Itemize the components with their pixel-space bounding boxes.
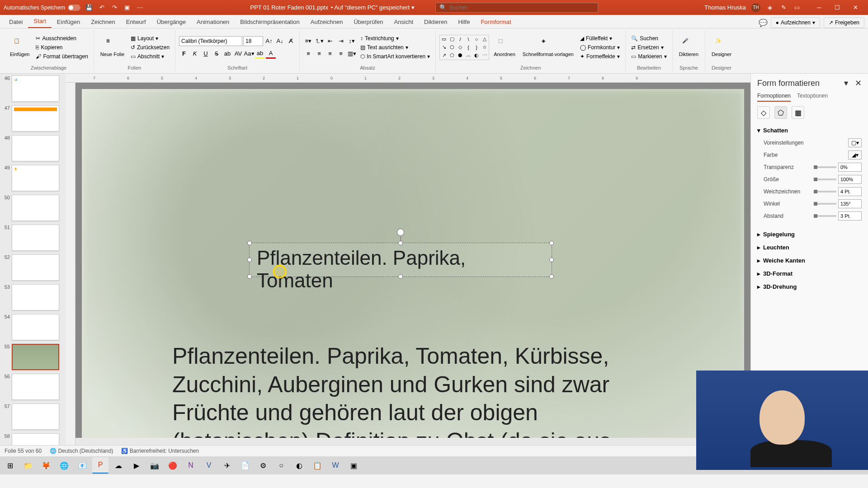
thumb-50[interactable] [12,195,59,221]
minimize-button[interactable]: ─ [810,1,828,14]
columns-button[interactable]: ▥▾ [347,49,357,59]
tab-ansicht[interactable]: Ansicht [388,16,419,28]
powerpoint-icon[interactable]: P [92,457,108,474]
paste-button[interactable]: 📋Einfügen [7,36,32,59]
transparency-slider[interactable] [814,166,836,168]
tab-ueberpruefen[interactable]: Überprüfen [348,16,388,28]
bullets-button[interactable]: ≡▾ [303,36,313,46]
obs-icon[interactable]: ⚙ [255,457,271,474]
save-icon[interactable]: 💾 [85,4,93,12]
thumb-46[interactable]: 📊 [12,75,59,102]
angle-slider[interactable] [814,203,836,205]
indent-dec-button[interactable]: ⇤ [325,36,335,46]
search-input[interactable] [449,5,594,11]
bold-button[interactable]: F [179,49,189,59]
distance-input[interactable] [838,211,862,221]
comments-icon[interactable]: 💬 [759,19,767,27]
case-button[interactable]: Aa▾ [244,49,254,59]
word-icon[interactable]: W [327,457,344,474]
arrange-button[interactable]: ⬚Anordnen [491,36,518,59]
redo-icon[interactable]: ↷ [110,4,118,12]
shapes-gallery[interactable]: ▭▢/\○△ ↘⬡◇{}☆ ↗⬠⬢⌓◐⋯ [439,35,489,60]
slide-thumbnails[interactable]: 46📊 47 48 49✋ 50 51 52 53 54 55 56 57 58… [0,74,66,445]
effects-icon[interactable]: ⬠ [774,106,787,119]
angle-input[interactable] [838,199,862,208]
tab-animationen[interactable]: Animationen [191,16,235,28]
tab-datei[interactable]: Datei [4,16,28,28]
app-icon-7[interactable]: 📋 [309,457,326,474]
thumb-54[interactable] [12,314,59,340]
thumb-53[interactable] [12,284,59,310]
section-weiche-kanten[interactable]: ▸ Weiche Kanten [757,255,862,266]
visio-icon[interactable]: V [201,457,217,474]
align-left-button[interactable]: ≡ [303,49,313,59]
italic-button[interactable]: K [190,49,200,59]
color-picker[interactable]: ◢▾ [848,150,862,160]
preset-picker[interactable]: ▢▾ [848,138,862,147]
smartart-button[interactable]: ⬡ In SmartArt konvertieren ▾ [359,52,432,61]
explorer-icon[interactable]: 📁 [20,457,36,474]
app-icon-8[interactable]: ▣ [345,457,362,474]
blur-slider[interactable] [814,191,836,192]
rotate-handle[interactable] [397,229,404,236]
start-button[interactable]: ⊞ [2,457,18,474]
app-icon-5[interactable]: ○ [273,457,289,474]
section-spiegelung[interactable]: ▸ Spiegelung [757,229,862,239]
selected-textbox[interactable]: Pflanzenteilen. Paprika, Tomaten [249,243,552,277]
thumb-57[interactable] [12,404,59,430]
vlc-icon[interactable]: ▶ [128,457,145,474]
layout-button[interactable]: ▦ Layout ▾ [129,34,171,42]
body-textbox[interactable]: Pflanzenteilen. Paprika, Tomaten, Kürbis… [172,342,647,445]
scrollbar-horizontal[interactable] [75,438,750,445]
section-leuchten[interactable]: ▸ Leuchten [757,242,862,253]
section-schatten[interactable]: ▾ Schatten [757,125,862,136]
thumb-58[interactable] [12,433,59,445]
numbering-button[interactable]: ⒈▾ [314,36,324,46]
slide-counter[interactable]: Folie 55 von 60 [5,448,42,454]
new-slide-button[interactable]: 🗎Neue Folie [98,36,127,59]
tab-textoptionen[interactable]: Textoptionen [797,93,828,102]
app-icon-4[interactable]: 📄 [237,457,253,474]
thumb-47[interactable] [12,105,59,131]
justify-button[interactable]: ≡ [336,49,346,59]
chrome-icon[interactable]: 🌐 [56,457,72,474]
thumb-55[interactable] [12,344,59,370]
reset-button[interactable]: ↺ Zurücksetzen [129,43,171,52]
tab-formformat[interactable]: Formformat [475,16,516,28]
decrease-font-icon[interactable]: A↓ [275,36,285,46]
panel-close-icon[interactable]: ✕ [855,79,862,88]
textbox-content[interactable]: Pflanzenteilen. Paprika, Tomaten [250,243,552,296]
effects-button[interactable]: ✦ Formeffekte ▾ [578,52,622,61]
strike-button[interactable]: S̶ [212,49,222,59]
tab-formoptionen[interactable]: Formoptionen [757,93,791,102]
align-center-button[interactable]: ≡ [314,49,324,59]
underline-button[interactable]: U [201,49,211,59]
section-3d-format[interactable]: ▸ 3D-Format [757,268,862,279]
size-props-icon[interactable]: ▦ [792,106,804,119]
undo-icon[interactable]: ↶ [98,4,106,12]
text-direction-button[interactable]: ↕ Textrichtung ▾ [359,34,432,42]
size-select[interactable] [243,36,263,46]
blur-input[interactable] [838,187,862,196]
accessibility[interactable]: ♿ Barrierefreiheit: Untersuchen [121,448,199,454]
panel-collapse-icon[interactable]: ▾ [844,79,848,88]
clear-format-icon[interactable]: A̸ [286,36,296,46]
tab-zeichnen[interactable]: Zeichnen [85,16,120,28]
align-right-button[interactable]: ≡ [325,49,335,59]
ribbon-toggle-icon[interactable]: ▭ [793,4,801,12]
firefox-icon[interactable]: 🦊 [38,457,54,474]
aufzeichnen-button[interactable]: ● Aufzeichnen ▾ [771,17,820,28]
search-box[interactable]: 🔍 [435,3,598,13]
copy-button[interactable]: ⎘ Kopieren [34,43,90,52]
tab-bildschirm[interactable]: Bildschirmpräsentation [235,16,305,28]
line-spacing-button[interactable]: ↕▾ [347,36,357,46]
tab-start[interactable]: Start [28,15,51,28]
app-icon-1[interactable]: ☁ [110,457,127,474]
tab-hilfe[interactable]: Hilfe [453,16,475,28]
text-align-button[interactable]: ▤ Text ausrichten ▾ [359,43,432,52]
section-3d-drehung[interactable]: ▸ 3D-Drehung [757,282,862,292]
cut-button[interactable]: ✂ Ausschneiden [34,34,90,42]
present-icon[interactable]: ▣ [123,4,131,12]
spacing-button[interactable]: AV [233,49,243,59]
freigeben-button[interactable]: ↗ Freigeben [824,17,864,28]
